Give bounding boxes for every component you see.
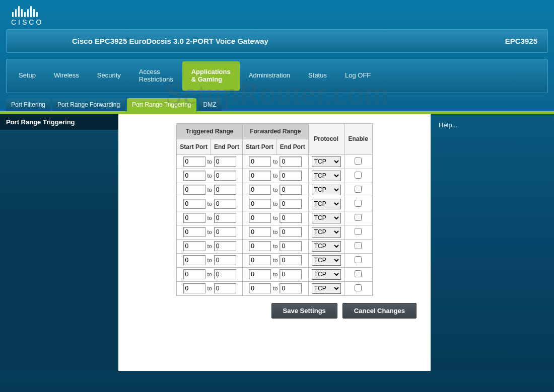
- enable-checkbox[interactable]: [355, 158, 362, 165]
- trig-start-input[interactable]: [183, 241, 205, 251]
- trig-start-input[interactable]: [183, 269, 205, 279]
- fwd-end-input[interactable]: [280, 227, 302, 237]
- protocol-select[interactable]: TCPUDPBoth: [312, 171, 341, 181]
- nav-item-log[interactable]: Log OFF: [336, 61, 380, 91]
- port-range-cell: to: [177, 225, 243, 239]
- nav-item-wireless[interactable]: Wireless: [45, 61, 88, 91]
- th-fwd-start: Start Port: [243, 139, 277, 154]
- save-button[interactable]: Save Settings: [271, 303, 337, 319]
- nav-item-applications[interactable]: Applications & Gaming: [182, 61, 240, 91]
- th-triggered-range: Triggered Range: [177, 123, 243, 139]
- fwd-end-input[interactable]: [280, 185, 302, 195]
- to-label: to: [207, 243, 212, 249]
- fwd-start-input[interactable]: [249, 185, 271, 195]
- fwd-end-input[interactable]: [280, 255, 302, 265]
- fwd-start-input[interactable]: [249, 241, 271, 251]
- trig-start-input[interactable]: [183, 227, 205, 237]
- fwd-start-input[interactable]: [249, 199, 271, 209]
- subtab-dmz[interactable]: DMZ: [198, 98, 222, 111]
- fwd-start-input[interactable]: [249, 283, 271, 293]
- protocol-cell: TCPUDPBoth: [308, 169, 344, 183]
- fwd-end-input[interactable]: [280, 156, 302, 167]
- fwd-end-input[interactable]: [280, 199, 302, 209]
- to-label: to: [273, 257, 278, 263]
- protocol-select[interactable]: TCPUDPBoth: [312, 213, 341, 223]
- trig-end-input[interactable]: [214, 227, 236, 237]
- protocol-select[interactable]: TCPUDPBoth: [312, 255, 341, 266]
- subtab-port-filtering[interactable]: Port Filtering: [6, 98, 50, 111]
- enable-cell: [344, 211, 372, 225]
- protocol-select[interactable]: TCPUDPBoth: [312, 227, 341, 238]
- table-row: totoTCPUDPBoth: [177, 267, 372, 281]
- trig-end-input[interactable]: [214, 283, 236, 293]
- help-link[interactable]: Help...: [439, 121, 546, 129]
- protocol-select[interactable]: TCPUDPBoth: [312, 156, 341, 167]
- fwd-end-input[interactable]: [280, 269, 302, 279]
- main-area: Port Range Triggering Triggered Range Fo…: [0, 114, 554, 371]
- cancel-button[interactable]: Cancel Changes: [342, 303, 417, 319]
- fwd-start-input[interactable]: [249, 213, 271, 223]
- enable-checkbox[interactable]: [355, 172, 362, 179]
- nav-item-setup[interactable]: Setup: [10, 61, 45, 91]
- fwd-start-input[interactable]: [249, 255, 271, 265]
- to-label: to: [273, 159, 278, 165]
- port-range-cell: to: [243, 154, 309, 169]
- to-label: to: [273, 187, 278, 193]
- nav-item-status[interactable]: Status: [299, 61, 336, 91]
- protocol-select[interactable]: TCPUDPBoth: [312, 283, 341, 294]
- protocol-select[interactable]: TCPUDPBoth: [312, 269, 341, 280]
- nav-item-administration[interactable]: Administration: [240, 61, 299, 91]
- title-bar: Cisco EPC3925 EuroDocsis 3.0 2-PORT Voic…: [6, 29, 548, 53]
- enable-checkbox[interactable]: [355, 284, 362, 291]
- port-range-cell: to: [243, 225, 309, 239]
- enable-checkbox[interactable]: [355, 242, 362, 249]
- protocol-select[interactable]: TCPUDPBoth: [312, 241, 341, 252]
- fwd-end-input[interactable]: [280, 171, 302, 181]
- protocol-cell: TCPUDPBoth: [308, 225, 344, 239]
- trig-start-input[interactable]: [183, 283, 205, 293]
- nav-item-access[interactable]: Access Restrictions: [130, 61, 182, 91]
- protocol-cell: TCPUDPBoth: [308, 183, 344, 197]
- fwd-start-input[interactable]: [249, 227, 271, 237]
- port-range-cell: to: [177, 211, 243, 225]
- to-label: to: [273, 215, 278, 221]
- fwd-end-input[interactable]: [280, 241, 302, 251]
- subtab-port-range-forwarding[interactable]: Port Range Forwarding: [52, 98, 125, 111]
- trig-end-input[interactable]: [214, 255, 236, 265]
- protocol-cell: TCPUDPBoth: [308, 253, 344, 267]
- fwd-end-input[interactable]: [280, 283, 302, 293]
- trig-start-input[interactable]: [183, 185, 205, 195]
- enable-checkbox[interactable]: [355, 186, 362, 193]
- fwd-start-input[interactable]: [249, 269, 271, 279]
- trig-end-input[interactable]: [214, 269, 236, 279]
- trig-end-input[interactable]: [214, 156, 236, 167]
- trig-end-input[interactable]: [214, 199, 236, 209]
- fwd-start-input[interactable]: [249, 171, 271, 181]
- trig-end-input[interactable]: [214, 241, 236, 251]
- trig-end-input[interactable]: [214, 213, 236, 223]
- nav-item-security[interactable]: Security: [88, 61, 130, 91]
- trig-start-input[interactable]: [183, 199, 205, 209]
- enable-cell: [344, 267, 372, 281]
- enable-checkbox[interactable]: [355, 200, 362, 207]
- trig-end-input[interactable]: [214, 171, 236, 181]
- trig-start-input[interactable]: [183, 213, 205, 223]
- port-range-cell: to: [177, 154, 243, 169]
- fwd-start-input[interactable]: [249, 156, 271, 167]
- protocol-select[interactable]: TCPUDPBoth: [312, 185, 341, 195]
- enable-cell: [344, 225, 372, 239]
- port-range-cell: to: [177, 197, 243, 211]
- enable-checkbox[interactable]: [355, 256, 362, 263]
- protocol-cell: TCPUDPBoth: [308, 267, 344, 281]
- enable-cell: [344, 239, 372, 253]
- trig-end-input[interactable]: [214, 185, 236, 195]
- trig-start-input[interactable]: [183, 156, 205, 167]
- protocol-select[interactable]: TCPUDPBoth: [312, 199, 341, 209]
- subtab-port-range-triggering[interactable]: Port Range Triggering: [127, 98, 196, 111]
- trig-start-input[interactable]: [183, 171, 205, 181]
- enable-checkbox[interactable]: [355, 270, 362, 277]
- fwd-end-input[interactable]: [280, 213, 302, 223]
- trig-start-input[interactable]: [183, 255, 205, 265]
- enable-checkbox[interactable]: [355, 228, 362, 235]
- enable-checkbox[interactable]: [355, 214, 362, 221]
